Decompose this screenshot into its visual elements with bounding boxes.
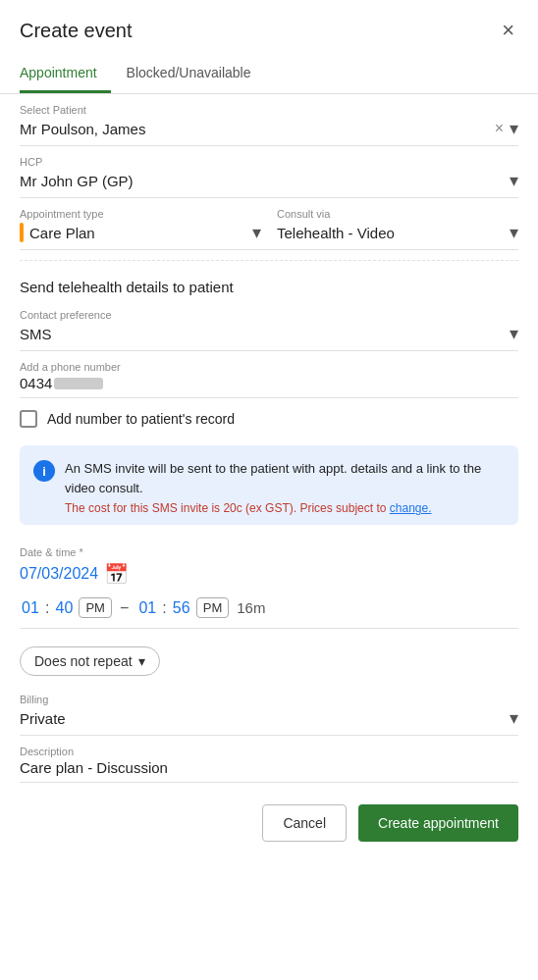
tab-blocked[interactable]: Blocked/Unavailable [127,55,265,93]
hcp-row: Mr John GP (GP) ▾ [20,170,518,191]
phone-field-row: 0434 [20,375,518,391]
appt-type-color-indicator [20,223,24,242]
datetime-date-value[interactable]: 07/03/2024 [20,565,98,583]
billing-value: Private [20,710,510,727]
time-dash: − [120,599,129,617]
modal-header: Create event × [0,0,538,45]
appt-consult-row: Appointment type Care Plan ▾ Consult via… [20,198,518,250]
patient-label: Select Patient [20,104,518,116]
patient-dropdown-icon[interactable]: ▾ [510,118,518,139]
end-ampm[interactable]: PM [196,597,230,618]
description-value: Care plan - Discussion [20,759,518,776]
repeat-chevron-icon: ▾ [138,653,145,669]
section-divider-1 [20,260,518,261]
modal-title: Create event [20,20,133,42]
patient-field-group: Select Patient Mr Poulson, James × ▾ [20,94,518,146]
phone-field-group: Add a phone number 0434 [20,351,518,398]
repeat-label: Does not repeat [34,653,133,669]
datetime-section: Date & time * 07/03/2024 📅 01 : 40 PM − … [20,537,518,635]
create-appointment-button[interactable]: Create appointment [358,804,518,842]
tab-appointment[interactable]: Appointment [20,55,111,93]
contact-preference-dropdown-icon[interactable]: ▾ [510,323,518,344]
close-button[interactable]: × [498,16,518,45]
start-ampm[interactable]: PM [79,597,112,618]
end-hour[interactable]: 01 [136,599,158,617]
start-min[interactable]: 40 [53,599,75,617]
datetime-label: Date & time * [20,546,518,558]
footer: Cancel Create appointment [0,791,538,855]
time-colon-1: : [45,599,49,617]
contact-preference-label: Contact preference [20,309,518,321]
calendar-icon[interactable]: 📅 [104,562,129,586]
consult-via-col: Consult via Telehealth - Video ▾ [277,208,518,243]
consult-via-row: Telehealth - Video ▾ [277,222,518,243]
sms-info-box: i An SMS invite will be sent to the pati… [20,445,518,525]
telehealth-section-title: Send telehealth details to patient [20,271,518,299]
info-main-text: An SMS invite will be sent to the patien… [65,459,505,497]
repeat-button[interactable]: Does not repeat ▾ [20,646,160,676]
repeat-button-wrapper: Does not repeat ▾ [20,635,518,684]
contact-preference-field-group: Contact preference SMS ▾ [20,299,518,351]
hcp-label: HCP [20,156,518,168]
phone-label: Add a phone number [20,361,518,373]
add-number-checkbox[interactable] [20,410,37,428]
billing-label: Billing [20,694,518,705]
patient-row: Mr Poulson, James × ▾ [20,118,518,139]
tabs-container: Appointment Blocked/Unavailable [0,55,538,94]
patient-clear-icon[interactable]: × [495,120,504,137]
add-number-label: Add number to patient's record [47,411,235,427]
phone-blurred [54,378,103,389]
cancel-button[interactable]: Cancel [262,804,347,842]
appointment-type-value: Care Plan [29,225,252,241]
billing-field-group: Billing Private ▾ [20,684,518,736]
hcp-dropdown-icon[interactable]: ▾ [510,170,518,191]
info-sub-text-content: The cost for this SMS invite is 20c (ex … [65,501,386,515]
appointment-type-dropdown-icon[interactable]: ▾ [252,222,261,243]
duration-value: 16m [237,599,265,616]
info-sub-text: The cost for this SMS invite is 20c (ex … [65,501,505,515]
hcp-value: Mr John GP (GP) [20,173,510,189]
add-number-checkbox-row: Add number to patient's record [20,398,518,438]
consult-via-value: Telehealth - Video [277,225,510,241]
patient-value: Mr Poulson, James [20,121,495,137]
description-field-group: Description Care plan - Discussion [20,736,518,783]
time-colon-2: : [162,599,166,617]
contact-preference-value: SMS [20,326,510,342]
form-body: Select Patient Mr Poulson, James × ▾ HCP… [0,94,538,783]
start-hour[interactable]: 01 [20,599,41,617]
end-min[interactable]: 56 [171,599,192,617]
description-label: Description [20,746,518,757]
consult-via-dropdown-icon[interactable]: ▾ [510,222,518,243]
appointment-type-col: Appointment type Care Plan ▾ [20,208,261,243]
appointment-type-label: Appointment type [20,208,261,220]
consult-via-label: Consult via [277,208,518,220]
time-row: 01 : 40 PM − 01 : 56 PM 16m [20,593,518,629]
datetime-row: 07/03/2024 📅 [20,562,518,586]
info-link[interactable]: change. [390,501,432,515]
hcp-field-group: HCP Mr John GP (GP) ▾ [20,146,518,198]
phone-prefix: 0434 [20,375,52,391]
billing-dropdown-icon[interactable]: ▾ [510,707,518,729]
appointment-type-row: Care Plan ▾ [20,222,261,243]
contact-preference-row: SMS ▾ [20,323,518,344]
info-content: An SMS invite will be sent to the patien… [65,459,505,515]
create-event-modal: Create event × Appointment Blocked/Unava… [0,0,538,980]
billing-row: Private ▾ [20,707,518,729]
info-icon: i [33,460,55,482]
